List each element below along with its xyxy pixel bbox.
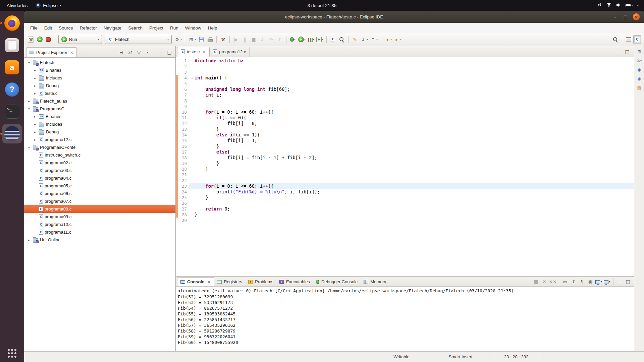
code-line[interactable]: 7 int i; bbox=[176, 92, 634, 98]
link-with-editor-button[interactable]: ⇄ bbox=[126, 49, 134, 56]
minimize-console-button[interactable]: – bbox=[615, 278, 624, 285]
external-tools-dropdown[interactable]: ▶▾ bbox=[316, 35, 324, 44]
expand-arrow-icon[interactable]: ▸ bbox=[27, 100, 31, 103]
fold-marker-icon[interactable] bbox=[189, 58, 195, 64]
tree-item-binaries[interactable]: ▸ Binaries bbox=[24, 66, 175, 74]
search-button[interactable] bbox=[338, 35, 346, 44]
terminate-console-button[interactable]: ■ bbox=[532, 278, 540, 285]
code-line[interactable]: 23 for(i = 0; i <= 60; i++){ bbox=[176, 183, 634, 189]
maximize-console-button[interactable]: □ bbox=[624, 278, 632, 285]
filter-button[interactable]: ▽ bbox=[135, 49, 143, 56]
minimize-editor-button[interactable]: – bbox=[614, 48, 622, 55]
code-line[interactable]: 24 printf("Fib(%d) = %llu\n", i, fib[i])… bbox=[176, 189, 634, 195]
window-titlebar[interactable]: eclipse-workspace - Flatech/teste.c - Ec… bbox=[24, 11, 644, 23]
volume-icon[interactable] bbox=[616, 3, 621, 8]
expand-arrow-icon[interactable]: ▸ bbox=[27, 238, 31, 242]
fold-marker-icon[interactable] bbox=[189, 212, 195, 218]
run-dropdown[interactable]: ▶▾ bbox=[298, 35, 306, 44]
menu-edit[interactable]: Edit bbox=[41, 24, 55, 32]
coverage-dropdown[interactable]: ▾ bbox=[307, 35, 315, 44]
code-line[interactable]: 19 } bbox=[176, 161, 634, 166]
code-line[interactable]: 26 bbox=[176, 200, 634, 206]
code-editor[interactable]: 1 #include <stdio.h> 2 3 4 ⊖ int main() … bbox=[176, 57, 634, 276]
run-configurations-combo[interactable]: ▶Run▾ bbox=[58, 35, 102, 44]
forward-button[interactable]: ▸▾ bbox=[393, 35, 402, 44]
close-tab-icon[interactable]: × bbox=[202, 49, 206, 54]
fold-marker-icon[interactable] bbox=[189, 155, 195, 161]
tree-item-programa10.c[interactable]: programa10.c bbox=[24, 221, 175, 228]
code-line[interactable]: 1 #include <stdio.h> bbox=[176, 58, 634, 64]
cpp-perspective-button[interactable] bbox=[633, 35, 641, 44]
code-line[interactable]: 16 } bbox=[176, 143, 634, 149]
remove-all-launches-button[interactable]: ×× bbox=[549, 278, 557, 285]
code-line[interactable]: 9 bbox=[176, 104, 634, 109]
tab-registers[interactable]: Registers bbox=[214, 277, 245, 286]
back-button[interactable]: ◂▾ bbox=[383, 35, 392, 44]
code-line[interactable]: 17 else{ bbox=[176, 149, 634, 155]
code-line[interactable]: 11 if(i == 0){ bbox=[176, 115, 634, 121]
tree-item-includes[interactable]: ▸ Includes bbox=[24, 120, 175, 128]
variables-view-button[interactable]: (x)= bbox=[635, 57, 643, 65]
step-return-button[interactable]: ↑ bbox=[276, 35, 284, 44]
tree-item-programa02.c[interactable]: programa02.c bbox=[24, 159, 175, 167]
print-button[interactable] bbox=[206, 35, 214, 44]
network-icon[interactable] bbox=[597, 3, 602, 8]
expand-arrow-icon[interactable]: ▸ bbox=[33, 92, 37, 95]
fold-marker-icon[interactable] bbox=[189, 86, 195, 92]
tree-item-programa07.c[interactable]: programa07.c bbox=[24, 197, 175, 205]
code-line[interactable]: 8 bbox=[176, 98, 634, 104]
fold-marker-icon[interactable] bbox=[189, 200, 195, 206]
code-line[interactable]: 28 } bbox=[176, 212, 634, 218]
fold-marker-icon[interactable] bbox=[189, 149, 195, 155]
quick-access-search-button[interactable] bbox=[611, 35, 620, 44]
tree-item-debug[interactable]: ▸ Debug bbox=[24, 82, 175, 89]
menu-source[interactable]: Source bbox=[55, 24, 76, 32]
minimize-view-button[interactable]: – bbox=[157, 49, 165, 56]
dock-item-files[interactable] bbox=[2, 36, 22, 55]
maximize-window-button[interactable]: □ bbox=[622, 13, 629, 20]
tree-item-uri_online[interactable]: ▸ Uri_Online bbox=[24, 236, 175, 244]
launch-configuration-combo[interactable]: Flatech▾ bbox=[105, 35, 172, 44]
code-line[interactable]: 6 unsigned long long int fib[60]; bbox=[176, 86, 634, 92]
code-line[interactable]: 20 } bbox=[176, 166, 634, 172]
expand-arrow-icon[interactable]: ▾ bbox=[27, 146, 31, 149]
run-button[interactable]: ▶ bbox=[36, 35, 44, 44]
code-line[interactable]: 18 fib[i] = fib[i - 1] + fib[i - 2]; bbox=[176, 155, 634, 161]
fold-marker-icon[interactable] bbox=[189, 81, 195, 86]
fold-marker-icon[interactable] bbox=[189, 206, 195, 212]
fold-marker-icon[interactable] bbox=[189, 138, 195, 143]
code-line[interactable]: 29 bbox=[176, 218, 634, 223]
fold-marker-icon[interactable] bbox=[189, 126, 195, 132]
fold-marker-icon[interactable] bbox=[189, 132, 195, 138]
tree-item-debug[interactable]: ▸ Debug bbox=[24, 128, 175, 136]
menu-project[interactable]: Project bbox=[146, 24, 167, 32]
fold-marker-icon[interactable] bbox=[189, 218, 195, 223]
dock-item-software[interactable]: a bbox=[2, 58, 22, 77]
build-all-button[interactable]: ⚒ bbox=[219, 35, 227, 44]
code-line[interactable]: 21 bbox=[176, 172, 634, 178]
expand-arrow-icon[interactable]: ▸ bbox=[33, 138, 37, 141]
fold-marker-icon[interactable] bbox=[189, 143, 195, 149]
app-menu[interactable]: Eclipse ▾ bbox=[36, 3, 61, 8]
breakpoints-view-button[interactable]: ◉ bbox=[635, 66, 643, 74]
fold-marker-icon[interactable] bbox=[189, 172, 195, 178]
editor-tab-teste.c[interactable]: teste.c× bbox=[177, 47, 210, 57]
fold-marker-icon[interactable] bbox=[189, 178, 195, 183]
close-tab-icon[interactable]: × bbox=[206, 279, 211, 284]
dock-item-terminal[interactable]: >_ bbox=[2, 102, 22, 121]
menu-refactor[interactable]: Refactor bbox=[76, 24, 100, 32]
maximize-view-button[interactable]: □ bbox=[165, 49, 173, 56]
code-line[interactable]: 14 else if(i == 1){ bbox=[176, 132, 634, 138]
code-line[interactable]: 10 for(i = 0; i <= 60; i++){ bbox=[176, 109, 634, 115]
fold-marker-icon[interactable] bbox=[189, 104, 195, 109]
step-over-button[interactable]: ↷ bbox=[267, 35, 275, 44]
tree-item-teste.c[interactable]: ▸ teste.c bbox=[24, 89, 175, 97]
close-view-icon[interactable]: × bbox=[69, 50, 73, 55]
code-line[interactable]: 2 bbox=[176, 64, 634, 69]
scroll-lock-button[interactable]: ↨ bbox=[570, 278, 578, 285]
display-console-dropdown[interactable]: ▾ bbox=[595, 278, 603, 285]
tree-item-programasc[interactable]: ▾ ProgramasC bbox=[24, 105, 175, 113]
fold-marker-icon[interactable] bbox=[189, 166, 195, 172]
tree-item-programa06.c[interactable]: programa06.c bbox=[24, 190, 175, 197]
tree-item-programa11.c[interactable]: programa11.c bbox=[24, 228, 175, 236]
